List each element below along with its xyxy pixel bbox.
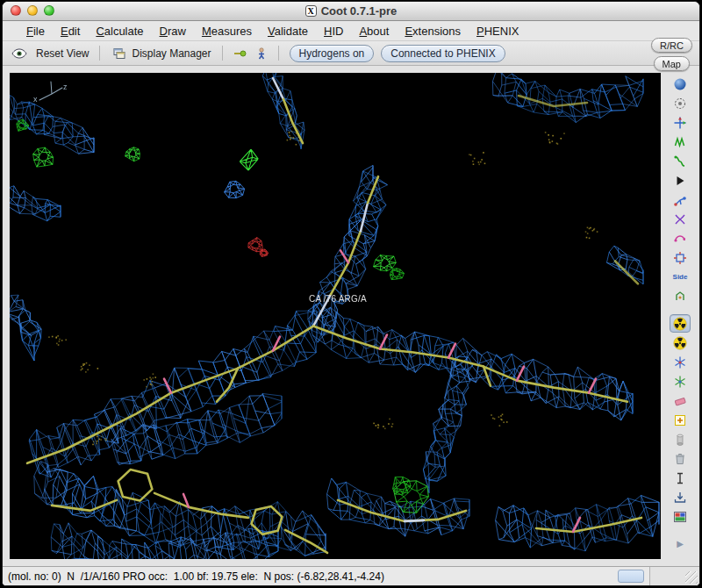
edit-chi-angles-button[interactable] — [670, 210, 691, 228]
main-area: x z CA /76 ARG/A Side▶ — [3, 66, 699, 566]
window-title: X Coot 0.7.1-pre — [305, 4, 398, 18]
statusbar: (mol. no: 0) N /1/A/160 PRO occ: 1.00 bf… — [3, 567, 650, 585]
phenix-status-button[interactable]: Connected to PHENIX — [381, 45, 505, 62]
go-to-atom-icon[interactable] — [231, 46, 248, 61]
eye-icon[interactable] — [10, 47, 29, 60]
orbit-icon — [673, 97, 687, 111]
flip-icon — [673, 232, 687, 246]
reset-view-button[interactable]: Reset View — [33, 47, 91, 61]
clear-atom-button[interactable] — [670, 391, 691, 410]
view-sphere-button[interactable] — [670, 75, 691, 93]
bottom-bar: (mol. no: 0) N /1/A/160 PRO occ: 1.00 bf… — [3, 566, 699, 585]
add-residue-button[interactable] — [670, 411, 691, 429]
sphere-icon — [673, 77, 687, 91]
menubar: FileEditCalculateDrawMeasuresValidateHID… — [3, 21, 699, 41]
resize-grip[interactable] — [685, 571, 698, 584]
atom-label: CA /76 ARG/A — [309, 294, 367, 304]
flip-peptide-button[interactable] — [670, 229, 691, 247]
display-manager-button[interactable]: Display Manager — [108, 45, 213, 62]
mutate-icon — [673, 290, 687, 304]
titlebar[interactable]: X Coot 0.7.1-pre — [3, 2, 699, 21]
hydrogens-toggle[interactable]: Hydrogens on — [290, 45, 375, 62]
side-chain-180-button[interactable]: Side — [670, 268, 691, 286]
display-manager-label: Display Manager — [132, 47, 211, 60]
toolbar-overflow-button[interactable]: ▶ — [670, 534, 691, 553]
statusbar-text: (mol. no: 0) N /1/A/160 PRO occ: 1.00 bf… — [8, 570, 384, 583]
toolbar: Reset View Display Manager Hydrogens on … — [3, 41, 699, 66]
minimize-button[interactable] — [27, 5, 38, 16]
toolbar-separator — [278, 46, 279, 61]
statusbar-indicator — [618, 570, 644, 583]
undo-column-button[interactable] — [670, 430, 691, 448]
regularize-zone-button[interactable] — [670, 133, 691, 151]
jack-icon — [673, 355, 687, 369]
radioactive-icon — [673, 336, 687, 350]
sequence-view-button[interactable] — [670, 507, 691, 526]
reset-view-label: Reset View — [36, 47, 89, 60]
map-tool-button[interactable] — [670, 333, 691, 352]
menu-phenix[interactable]: PHENIX — [469, 25, 526, 38]
plussq-icon — [673, 413, 687, 427]
rotate-view-button[interactable] — [670, 94, 691, 112]
window-title-text: Coot 0.7.1-pre — [321, 4, 398, 18]
menu-validate[interactable]: Validate — [260, 25, 316, 38]
rottrans-icon — [673, 251, 687, 265]
picture-icon — [673, 510, 687, 524]
toolbar-separator — [222, 46, 223, 61]
molecular-viewport[interactable] — [10, 73, 661, 559]
menu-edit[interactable]: Edit — [53, 25, 88, 38]
menu-measures[interactable]: Measures — [194, 25, 260, 38]
ibeam-icon — [673, 471, 687, 485]
spring2-icon — [673, 154, 687, 169]
column-icon — [673, 433, 687, 447]
menu-extensions[interactable]: Extensions — [397, 25, 469, 38]
delete-item-button[interactable] — [670, 449, 691, 468]
window-controls — [11, 5, 54, 16]
menu-about[interactable]: About — [351, 25, 397, 38]
rrc-button[interactable]: R/RC — [651, 38, 692, 53]
ligand-builder-icon[interactable] — [253, 46, 270, 61]
right-toolbar: Side▶ — [661, 73, 699, 559]
x11-icon: X — [305, 5, 317, 17]
window-corner — [650, 567, 699, 585]
toolbar-separator — [99, 46, 100, 61]
tray-icon — [673, 491, 687, 505]
map-molecule-toggle-button[interactable] — [670, 314, 691, 333]
chi-icon — [673, 212, 687, 226]
map-button[interactable]: Map — [654, 56, 690, 71]
axes-icon — [673, 116, 687, 130]
auto-fit-rotamer-button[interactable] — [670, 190, 691, 209]
side-chain-icon: Side — [673, 273, 688, 281]
spring-icon — [673, 135, 687, 149]
toolbar-overflow-icon: ▶ — [677, 540, 684, 549]
rotamer-icon — [673, 193, 687, 207]
zoom-button[interactable] — [44, 5, 54, 16]
jack2-icon — [673, 375, 687, 389]
mutate-residue-button[interactable] — [670, 287, 691, 305]
close-button[interactable] — [11, 5, 21, 16]
viewport-container: x z CA /76 ARG/A — [10, 73, 661, 559]
rotate-translate-zone-button[interactable] — [670, 248, 691, 267]
menu-calculate[interactable]: Calculate — [88, 25, 151, 38]
translate-view-button[interactable] — [670, 113, 691, 132]
triangle-icon — [673, 174, 687, 188]
coot-window: X Coot 0.7.1-pre FileEditCalculateDrawMe… — [2, 1, 700, 586]
menu-hid[interactable]: HID — [316, 25, 351, 38]
menu-draw[interactable]: Draw — [152, 25, 194, 38]
axis-z-label: z — [63, 82, 68, 91]
place-atom-button[interactable] — [670, 372, 691, 391]
axis-x-label: x — [33, 95, 38, 104]
run-refinement-button[interactable] — [670, 171, 691, 190]
add-terminal-residue-button[interactable] — [670, 353, 691, 371]
insert-text-button[interactable] — [670, 469, 691, 487]
eraser-icon — [673, 394, 687, 408]
refine-zone-button[interactable] — [670, 152, 691, 170]
menu-file[interactable]: File — [18, 25, 53, 38]
trash-icon — [673, 452, 687, 466]
radioactive-icon — [673, 317, 687, 331]
display-manager-icon — [111, 46, 128, 61]
accept-dialog-button[interactable] — [670, 488, 691, 506]
